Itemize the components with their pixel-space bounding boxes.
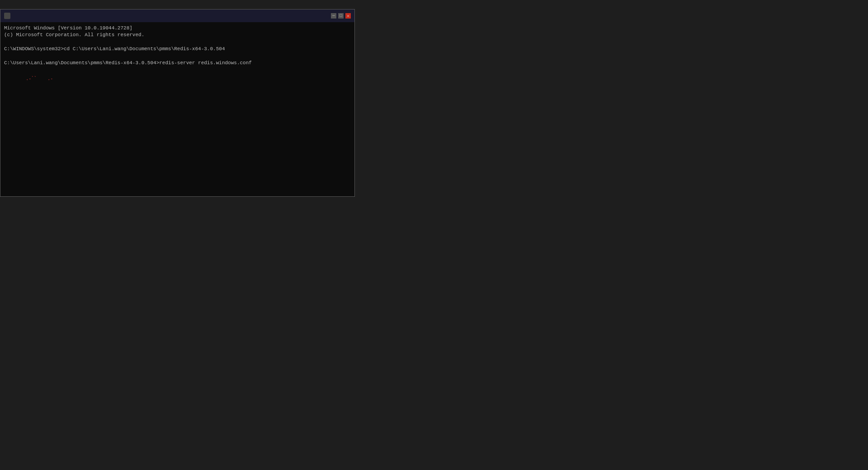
cmd-line: (c) Microsoft Corporation. All rights re… — [4, 32, 351, 38]
cmd-line: Microsoft Windows [Version 10.0.19044.27… — [4, 25, 351, 32]
cmd-icon — [4, 13, 10, 19]
cmd-titlebar: ─ □ ✕ — [0, 9, 354, 22]
cmd-line — [4, 53, 351, 60]
cmd-window: ─ □ ✕ Microsoft Windows [Version 10.0.19… — [0, 9, 355, 197]
maximize-button[interactable]: □ — [338, 13, 344, 19]
cmd-line: C:\Users\Lani.wang\Documents\pmms\Redis-… — [4, 60, 351, 66]
minimize-button[interactable]: ─ — [331, 13, 336, 19]
cmd-line — [4, 39, 351, 46]
cmd-body: Microsoft Windows [Version 10.0.19044.27… — [0, 22, 354, 196]
redis-ascii-art: .-`` .- — [4, 76, 53, 81]
cmd-line: C:\WINDOWS\system32>cd C:\Users\Lani.wan… — [4, 46, 351, 52]
cmd-line — [4, 66, 351, 73]
close-button[interactable]: ✕ — [345, 13, 351, 19]
